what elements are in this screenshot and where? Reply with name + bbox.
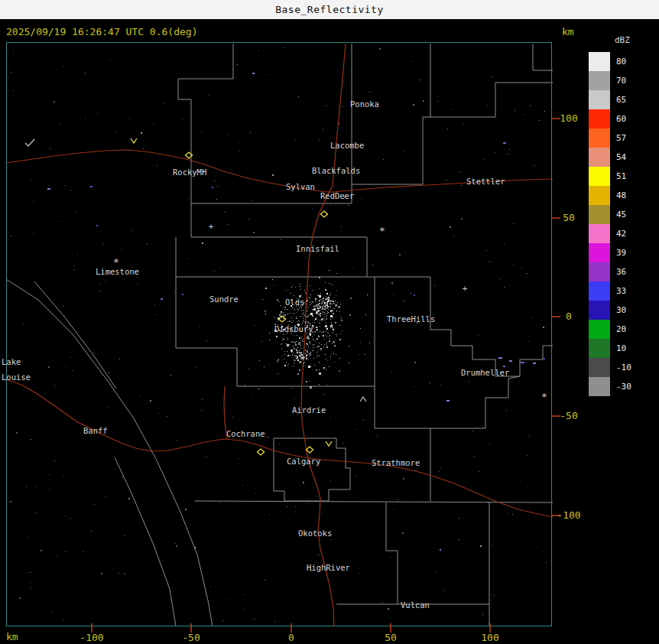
echo-pixel — [323, 311, 323, 312]
echo-pixel — [307, 307, 308, 308]
echo-pixel — [304, 357, 304, 358]
echo-pixel — [450, 226, 451, 228]
echo-pixel — [302, 323, 303, 324]
echo-pixel — [301, 337, 302, 337]
echo-pixel — [322, 307, 323, 309]
echo-pixel — [297, 335, 297, 336]
echo-pixel — [297, 373, 299, 375]
highways — [6, 44, 553, 626]
radar-site-diamond-icon — [258, 449, 265, 455]
echo-pixel — [187, 259, 187, 259]
echo-pixel — [317, 319, 317, 320]
echo-pixel — [252, 395, 253, 395]
echo-pixel — [94, 504, 95, 505]
echo-pixel — [483, 427, 484, 428]
echo-pixel — [316, 304, 317, 306]
echo-pixel — [326, 314, 326, 314]
boundary-line — [375, 386, 430, 501]
echo-pixel — [291, 317, 292, 318]
colorbar-title: dBZ — [615, 35, 642, 45]
echo-pixel — [289, 355, 290, 356]
echo-pixel — [236, 427, 237, 428]
radar-map-display[interactable]: -100-50050100100500-50-100**++*PonokaLac… — [0, 0, 659, 644]
echo-pixel — [323, 394, 324, 395]
echo-pixel — [268, 437, 268, 437]
echo-pixel — [319, 362, 320, 363]
city-label: Olds — [285, 298, 304, 307]
echo-pixel — [278, 301, 279, 302]
echo-pixel — [77, 254, 78, 255]
echo-pixel — [523, 114, 524, 115]
echo-pixel — [329, 340, 330, 342]
city-label: Didsbury — [274, 324, 313, 333]
echo-pixel — [316, 313, 317, 314]
echo-pixel — [296, 349, 297, 350]
echo-pixel — [391, 282, 393, 284]
echo-pixel — [478, 335, 479, 336]
echo-pixel — [91, 531, 92, 532]
boundary-line — [34, 281, 116, 389]
echo-pixel — [99, 284, 99, 285]
echo-pixel — [342, 82, 343, 83]
echo-pixel — [325, 325, 327, 327]
echo-pixel — [50, 490, 50, 490]
echo-pixel — [326, 331, 326, 332]
echo-pixel — [326, 298, 327, 298]
echo-pixel — [313, 339, 313, 340]
echo-pixel — [302, 314, 303, 314]
echo-pixel — [225, 212, 226, 213]
echo-pixel — [298, 96, 299, 97]
colorbar-value: 80 — [616, 57, 642, 67]
echo-pixel — [289, 320, 291, 322]
colorbar-swatch — [589, 167, 610, 186]
echo-pixel — [440, 549, 441, 551]
colorbar-swatch — [589, 205, 610, 224]
echo-pixel — [326, 328, 328, 330]
echo-pixel — [253, 232, 255, 233]
echo-pixel — [304, 316, 304, 317]
echo-pixel — [336, 306, 336, 307]
echo-pixel — [330, 418, 331, 418]
echo-pixel — [300, 356, 300, 357]
echo-pixel — [324, 320, 325, 320]
echo-pixel — [301, 294, 302, 295]
echo-pixel — [308, 366, 310, 368]
echo-pixel — [74, 269, 75, 270]
echo-pixel — [317, 356, 317, 357]
echo-pixel — [237, 64, 238, 65]
plus-poi-icon: + — [463, 284, 468, 294]
echo-pixel — [327, 384, 328, 385]
echo-pixel — [323, 129, 323, 130]
echo-pixel — [109, 372, 109, 373]
echo-pixel — [201, 410, 202, 411]
echo-pixel — [319, 343, 320, 343]
echo-pixel — [284, 354, 285, 355]
echo-pixel — [302, 340, 304, 342]
city-label: Louise — [2, 372, 31, 382]
echo-pixel — [312, 301, 313, 302]
echo-pixel — [336, 290, 337, 291]
echo-pixel — [326, 343, 327, 343]
echo-pixel — [326, 346, 328, 348]
echo-pixel — [332, 301, 333, 301]
county-boundaries — [6, 44, 553, 626]
colorbar-value: 39 — [616, 248, 642, 258]
echo-pixel — [157, 314, 157, 315]
echo-pixel — [125, 574, 125, 574]
echo-pixel — [318, 335, 319, 336]
echo-pixel — [446, 180, 446, 181]
echo-pixel — [319, 384, 320, 385]
bottom-tick-label: 50 — [385, 632, 397, 643]
echo-pixel — [293, 313, 294, 314]
echo-pixel — [307, 350, 308, 350]
echo-pixel — [122, 476, 123, 477]
echo-pixel — [330, 310, 331, 311]
echo-pixel — [293, 346, 294, 347]
echo-pixel — [303, 358, 304, 359]
city-label: Calgary — [287, 457, 320, 466]
echo-pixel — [414, 386, 414, 387]
boundary-line — [274, 438, 350, 501]
echo-pixel — [314, 365, 315, 366]
echo-pixel — [304, 362, 305, 363]
echo-pixel — [304, 314, 305, 314]
